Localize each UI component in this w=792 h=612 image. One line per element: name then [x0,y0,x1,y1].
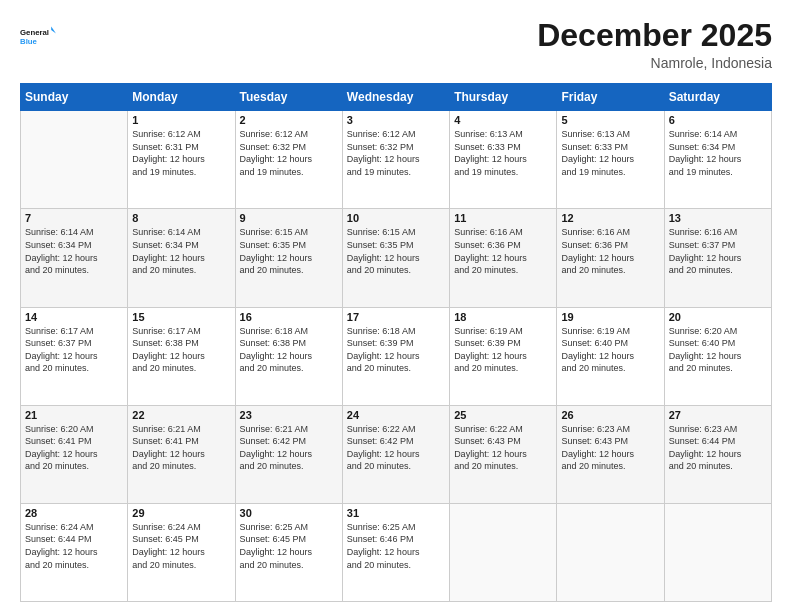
day-info: Sunrise: 6:21 AMSunset: 6:42 PMDaylight:… [240,423,338,473]
day-number: 25 [454,409,552,421]
table-row: 17Sunrise: 6:18 AMSunset: 6:39 PMDayligh… [342,307,449,405]
day-info: Sunrise: 6:13 AMSunset: 6:33 PMDaylight:… [561,128,659,178]
page: General Blue December 2025 Namrole, Indo… [0,0,792,612]
calendar-header-row: Sunday Monday Tuesday Wednesday Thursday… [21,84,772,111]
table-row: 5Sunrise: 6:13 AMSunset: 6:33 PMDaylight… [557,111,664,209]
table-row: 12Sunrise: 6:16 AMSunset: 6:36 PMDayligh… [557,209,664,307]
table-row [557,503,664,601]
subtitle: Namrole, Indonesia [537,55,772,71]
table-row: 27Sunrise: 6:23 AMSunset: 6:44 PMDayligh… [664,405,771,503]
table-row [450,503,557,601]
day-number: 7 [25,212,123,224]
calendar-week-row: 28Sunrise: 6:24 AMSunset: 6:44 PMDayligh… [21,503,772,601]
col-friday: Friday [557,84,664,111]
day-info: Sunrise: 6:18 AMSunset: 6:38 PMDaylight:… [240,325,338,375]
day-info: Sunrise: 6:17 AMSunset: 6:38 PMDaylight:… [132,325,230,375]
day-info: Sunrise: 6:24 AMSunset: 6:45 PMDaylight:… [132,521,230,571]
day-info: Sunrise: 6:22 AMSunset: 6:43 PMDaylight:… [454,423,552,473]
day-info: Sunrise: 6:12 AMSunset: 6:32 PMDaylight:… [347,128,445,178]
day-number: 17 [347,311,445,323]
header: General Blue December 2025 Namrole, Indo… [20,18,772,71]
table-row: 23Sunrise: 6:21 AMSunset: 6:42 PMDayligh… [235,405,342,503]
calendar-week-row: 1Sunrise: 6:12 AMSunset: 6:31 PMDaylight… [21,111,772,209]
day-info: Sunrise: 6:14 AMSunset: 6:34 PMDaylight:… [25,226,123,276]
day-number: 15 [132,311,230,323]
table-row: 13Sunrise: 6:16 AMSunset: 6:37 PMDayligh… [664,209,771,307]
day-info: Sunrise: 6:17 AMSunset: 6:37 PMDaylight:… [25,325,123,375]
svg-text:General: General [20,28,49,37]
day-info: Sunrise: 6:22 AMSunset: 6:42 PMDaylight:… [347,423,445,473]
day-number: 10 [347,212,445,224]
day-number: 26 [561,409,659,421]
table-row: 28Sunrise: 6:24 AMSunset: 6:44 PMDayligh… [21,503,128,601]
table-row: 30Sunrise: 6:25 AMSunset: 6:45 PMDayligh… [235,503,342,601]
day-number: 22 [132,409,230,421]
day-info: Sunrise: 6:14 AMSunset: 6:34 PMDaylight:… [132,226,230,276]
logo: General Blue [20,18,56,54]
table-row: 24Sunrise: 6:22 AMSunset: 6:42 PMDayligh… [342,405,449,503]
calendar-table: Sunday Monday Tuesday Wednesday Thursday… [20,83,772,602]
day-number: 19 [561,311,659,323]
day-number: 23 [240,409,338,421]
day-number: 12 [561,212,659,224]
table-row: 15Sunrise: 6:17 AMSunset: 6:38 PMDayligh… [128,307,235,405]
svg-marker-2 [51,26,56,33]
day-number: 24 [347,409,445,421]
day-number: 6 [669,114,767,126]
day-info: Sunrise: 6:20 AMSunset: 6:41 PMDaylight:… [25,423,123,473]
day-info: Sunrise: 6:21 AMSunset: 6:41 PMDaylight:… [132,423,230,473]
calendar-week-row: 14Sunrise: 6:17 AMSunset: 6:37 PMDayligh… [21,307,772,405]
table-row: 20Sunrise: 6:20 AMSunset: 6:40 PMDayligh… [664,307,771,405]
col-thursday: Thursday [450,84,557,111]
day-info: Sunrise: 6:19 AMSunset: 6:40 PMDaylight:… [561,325,659,375]
col-sunday: Sunday [21,84,128,111]
col-saturday: Saturday [664,84,771,111]
day-info: Sunrise: 6:12 AMSunset: 6:31 PMDaylight:… [132,128,230,178]
svg-text:Blue: Blue [20,37,38,46]
day-number: 9 [240,212,338,224]
col-wednesday: Wednesday [342,84,449,111]
col-monday: Monday [128,84,235,111]
day-number: 1 [132,114,230,126]
table-row: 21Sunrise: 6:20 AMSunset: 6:41 PMDayligh… [21,405,128,503]
table-row [664,503,771,601]
day-info: Sunrise: 6:25 AMSunset: 6:45 PMDaylight:… [240,521,338,571]
day-info: Sunrise: 6:18 AMSunset: 6:39 PMDaylight:… [347,325,445,375]
day-info: Sunrise: 6:24 AMSunset: 6:44 PMDaylight:… [25,521,123,571]
table-row: 2Sunrise: 6:12 AMSunset: 6:32 PMDaylight… [235,111,342,209]
table-row: 16Sunrise: 6:18 AMSunset: 6:38 PMDayligh… [235,307,342,405]
table-row: 7Sunrise: 6:14 AMSunset: 6:34 PMDaylight… [21,209,128,307]
day-number: 13 [669,212,767,224]
day-info: Sunrise: 6:13 AMSunset: 6:33 PMDaylight:… [454,128,552,178]
calendar-week-row: 21Sunrise: 6:20 AMSunset: 6:41 PMDayligh… [21,405,772,503]
table-row: 10Sunrise: 6:15 AMSunset: 6:35 PMDayligh… [342,209,449,307]
table-row: 8Sunrise: 6:14 AMSunset: 6:34 PMDaylight… [128,209,235,307]
day-info: Sunrise: 6:16 AMSunset: 6:36 PMDaylight:… [561,226,659,276]
day-number: 18 [454,311,552,323]
day-info: Sunrise: 6:15 AMSunset: 6:35 PMDaylight:… [240,226,338,276]
table-row: 29Sunrise: 6:24 AMSunset: 6:45 PMDayligh… [128,503,235,601]
day-number: 31 [347,507,445,519]
day-info: Sunrise: 6:23 AMSunset: 6:43 PMDaylight:… [561,423,659,473]
day-info: Sunrise: 6:23 AMSunset: 6:44 PMDaylight:… [669,423,767,473]
table-row: 31Sunrise: 6:25 AMSunset: 6:46 PMDayligh… [342,503,449,601]
table-row: 14Sunrise: 6:17 AMSunset: 6:37 PMDayligh… [21,307,128,405]
table-row: 18Sunrise: 6:19 AMSunset: 6:39 PMDayligh… [450,307,557,405]
table-row: 9Sunrise: 6:15 AMSunset: 6:35 PMDaylight… [235,209,342,307]
day-number: 30 [240,507,338,519]
day-number: 2 [240,114,338,126]
day-number: 28 [25,507,123,519]
day-info: Sunrise: 6:16 AMSunset: 6:36 PMDaylight:… [454,226,552,276]
day-number: 27 [669,409,767,421]
day-info: Sunrise: 6:15 AMSunset: 6:35 PMDaylight:… [347,226,445,276]
day-number: 14 [25,311,123,323]
day-number: 5 [561,114,659,126]
day-number: 29 [132,507,230,519]
day-info: Sunrise: 6:25 AMSunset: 6:46 PMDaylight:… [347,521,445,571]
day-info: Sunrise: 6:19 AMSunset: 6:39 PMDaylight:… [454,325,552,375]
col-tuesday: Tuesday [235,84,342,111]
calendar-week-row: 7Sunrise: 6:14 AMSunset: 6:34 PMDaylight… [21,209,772,307]
day-number: 3 [347,114,445,126]
table-row: 26Sunrise: 6:23 AMSunset: 6:43 PMDayligh… [557,405,664,503]
table-row: 22Sunrise: 6:21 AMSunset: 6:41 PMDayligh… [128,405,235,503]
